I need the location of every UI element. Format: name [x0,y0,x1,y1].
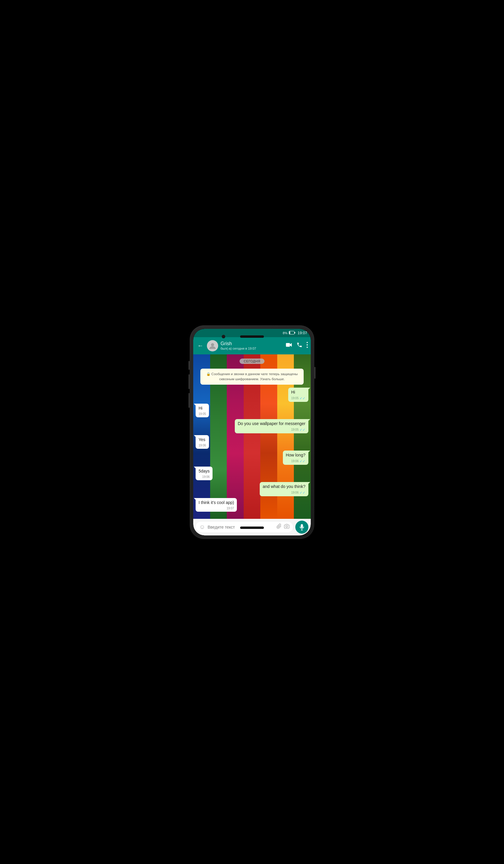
message-text: I think it's cool app) [199,500,234,505]
svg-point-13 [286,526,288,527]
contact-avatar[interactable] [207,340,218,351]
message-text: How long? [286,453,305,457]
phone-screen: 8% 19:07 ← [193,329,311,536]
outgoing-bubble: Hi 19:05 ✓✓ [288,388,308,402]
phone-device: 8% 19:07 ← [190,325,314,539]
video-call-button[interactable] [286,343,292,349]
bubble-meta: 19:05 ✓✓ [238,428,305,432]
bubble-meta: 19:06 [199,475,209,479]
read-receipt: ✓✓ [300,428,305,432]
front-camera [222,335,225,338]
message-time: 19:07 [227,506,234,511]
read-receipt: ✓✓ [300,396,305,401]
message-row: Hi 19:05 [196,404,308,417]
emoji-button[interactable]: ☺ [199,524,205,530]
back-button[interactable]: ← [196,341,204,350]
incoming-bubble: I think it's cool app) 19:07 [196,498,237,512]
battery-icon [289,331,295,335]
date-divider: СЕГОДНЯ [196,359,308,364]
message-row: and what do you think? 19:06 ✓✓ [196,482,308,496]
call-button[interactable] [297,342,302,349]
time-display: 19:07 [297,331,307,335]
status-icons: 8% 19:07 [280,331,307,335]
message-row: Do you use wallpaper for messenger 19:05… [196,419,308,433]
read-receipt: ✓✓ [300,490,305,495]
message-time: 19:05 [291,396,299,400]
speaker-top [240,335,264,338]
contact-name: Grish [220,341,284,346]
bubble-meta: 19:06 ✓✓ [286,459,305,464]
menu-button[interactable] [307,342,308,349]
svg-point-10 [307,342,308,343]
outgoing-bubble: and what do you think? 19:06 ✓✓ [260,482,308,496]
message-row: Hi 19:05 ✓✓ [196,388,308,402]
svg-point-11 [307,344,308,346]
date-badge: СЕГОДНЯ [240,359,264,364]
chat-area: СЕГОДНЯ 🔒 Сообщения и звонки в данном ча… [193,355,311,519]
toolbar-actions [286,342,308,349]
bubble-meta: 19:06 ✓✓ [263,490,305,495]
mic-button[interactable] [295,520,308,533]
message-text: Hi [291,390,295,394]
camera-button[interactable] [284,524,289,530]
volume-up-button [189,361,190,370]
camera-button [189,393,190,408]
message-row: Yes 19:06 [196,435,308,449]
message-time: 19:06 [291,491,299,495]
message-time: 19:06 [291,459,299,463]
message-time: 19:06 [202,475,209,479]
message-text: Yes [199,437,205,442]
message-text: and what do you think? [263,484,305,489]
message-time: 19:05 [199,412,206,416]
attach-button[interactable] [276,524,282,530]
bubble-meta: 19:05 ✓✓ [291,396,305,401]
svg-rect-9 [286,343,290,347]
encryption-notice[interactable]: 🔒 Сообщения и звонки в данном чате тепер… [200,369,304,385]
svg-rect-6 [289,331,290,334]
svg-point-8 [211,343,214,346]
svg-point-12 [307,347,308,348]
contact-status: был(-а) сегодня в 19:07 [220,347,284,350]
read-receipt: ✓✓ [300,459,305,464]
incoming-bubble: 5days 19:06 [196,467,213,480]
message-text: Hi [199,406,202,410]
chat-toolbar: ← Grish был(-а) сегодня в 19:07 [193,337,311,355]
messages-list: СЕГОДНЯ 🔒 Сообщения и звонки в данном ча… [193,355,311,519]
message-time: 19:06 [199,443,206,447]
speaker-bottom [240,527,264,529]
power-button [314,367,315,379]
app-screen: 8% 19:07 ← [193,329,311,536]
outgoing-bubble: Do you use wallpaper for messenger 19:05… [235,419,308,433]
message-row: How long? 19:06 ✓✓ [196,451,308,465]
bubble-meta: 19:06 [199,443,206,447]
message-row: I think it's cool app) 19:07 [196,498,308,512]
message-text: 5days [199,469,209,473]
message-row: 5days 19:06 [196,467,308,480]
incoming-bubble: Yes 19:06 [196,435,209,449]
incoming-bubble: Hi 19:05 [196,404,209,417]
bubble-meta: 19:07 [199,506,234,511]
contact-info[interactable]: Grish был(-а) сегодня в 19:07 [220,341,284,350]
volume-down-button [189,374,190,389]
message-time: 19:05 [291,428,299,432]
outgoing-bubble: How long? 19:06 ✓✓ [283,451,308,465]
message-text: Do you use wallpaper for messenger [238,421,305,426]
svg-rect-7 [295,332,295,333]
battery-percentage: 8% [283,331,288,335]
bubble-meta: 19:05 [199,412,206,416]
